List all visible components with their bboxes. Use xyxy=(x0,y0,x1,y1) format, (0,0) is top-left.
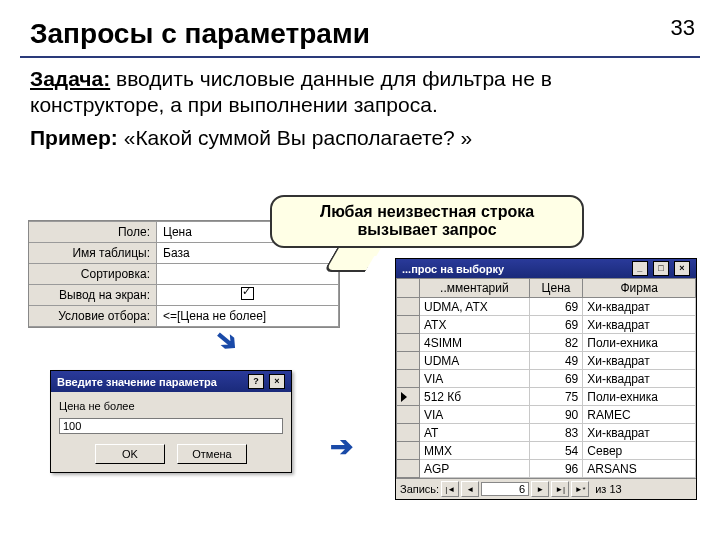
parameter-input[interactable] xyxy=(59,418,283,434)
nav-next-icon[interactable]: ► xyxy=(531,481,549,497)
table-cell[interactable]: RAMEC xyxy=(583,406,696,424)
table-cell[interactable]: 69 xyxy=(529,370,583,388)
example-text: «Какой суммой Вы располагаете? » xyxy=(118,126,472,149)
table-cell[interactable]: 69 xyxy=(529,298,583,316)
row-selector[interactable] xyxy=(397,388,420,406)
table-cell[interactable]: 512 Кб xyxy=(420,388,530,406)
page-title: Запросы с параметрами xyxy=(30,18,720,50)
table-cell[interactable]: Поли-ехника xyxy=(583,388,696,406)
example-label: Пример: xyxy=(30,126,118,149)
arrow-icon: ➔ xyxy=(330,430,353,463)
row-selector[interactable] xyxy=(397,442,420,460)
record-navigator: Запись: |◄ ◄ 6 ► ►| ►* из 13 xyxy=(396,478,696,499)
table-row[interactable]: 512 Кб75Поли-ехника xyxy=(397,388,696,406)
table-row[interactable]: ATX69Хи-квадрат xyxy=(397,316,696,334)
nav-label: Запись: xyxy=(400,483,439,495)
column-header[interactable]: Цена xyxy=(529,279,583,298)
dialog-titlebar: Введите значение параметра ? × xyxy=(51,371,291,392)
results-title: ...прос на выборку xyxy=(402,263,504,275)
nav-new-icon[interactable]: ►* xyxy=(571,481,589,497)
table-row[interactable]: MMX54Север xyxy=(397,442,696,460)
example-paragraph: Пример: «Какой суммой Вы располагаете? » xyxy=(30,125,690,151)
row-selector[interactable] xyxy=(397,352,420,370)
table-cell[interactable]: Поли-ехника xyxy=(583,334,696,352)
table-cell[interactable]: 49 xyxy=(529,352,583,370)
table-cell[interactable]: 54 xyxy=(529,442,583,460)
nav-current-field[interactable]: 6 xyxy=(481,482,529,496)
table-cell[interactable]: Хи-квадрат xyxy=(583,424,696,442)
table-row[interactable]: AGP96ARSANS xyxy=(397,460,696,478)
table-row[interactable]: UDMA49Хи-квадрат xyxy=(397,352,696,370)
designer-row-value[interactable]: <=[Цена не более] xyxy=(157,306,339,327)
table-cell[interactable]: ARSANS xyxy=(583,460,696,478)
designer-row-value[interactable] xyxy=(157,264,339,285)
table-row[interactable]: UDMA, ATX69Хи-квадрат xyxy=(397,298,696,316)
nav-first-icon[interactable]: |◄ xyxy=(441,481,459,497)
table-cell[interactable]: 83 xyxy=(529,424,583,442)
ok-button[interactable]: OK xyxy=(95,444,165,464)
table-cell[interactable]: 90 xyxy=(529,406,583,424)
table-row[interactable]: 4SIMM82Поли-ехника xyxy=(397,334,696,352)
nav-total: из 13 xyxy=(595,483,621,495)
table-cell[interactable]: UDMA xyxy=(420,352,530,370)
callout-line2: вызывает запрос xyxy=(282,221,572,239)
table-cell[interactable]: 4SIMM xyxy=(420,334,530,352)
task-paragraph: Задача: вводить числовые данные для филь… xyxy=(30,66,690,119)
table-cell[interactable]: 75 xyxy=(529,388,583,406)
designer-row-label: Условие отбора: xyxy=(29,306,157,327)
row-selector[interactable] xyxy=(397,298,420,316)
table-cell[interactable]: VIA xyxy=(420,406,530,424)
designer-row-label: Имя таблицы: xyxy=(29,243,157,264)
callout-line1: Любая неизвестная строка xyxy=(282,203,572,221)
row-selector[interactable] xyxy=(397,460,420,478)
table-row[interactable]: VIA90RAMEC xyxy=(397,406,696,424)
results-table[interactable]: ..мментарийЦенаФирмаUDMA, ATX69Хи-квадра… xyxy=(396,278,696,478)
title-divider xyxy=(20,56,700,58)
results-titlebar: ...прос на выборку _ □ × xyxy=(396,259,696,278)
table-cell[interactable]: AT xyxy=(420,424,530,442)
designer-row-label: Сортировка: xyxy=(29,264,157,285)
close-icon[interactable]: × xyxy=(674,261,690,276)
dialog-title: Введите значение параметра xyxy=(57,376,217,388)
designer-row-value[interactable] xyxy=(157,285,339,306)
column-header[interactable]: ..мментарий xyxy=(420,279,530,298)
table-cell[interactable]: ATX xyxy=(420,316,530,334)
row-selector[interactable] xyxy=(397,424,420,442)
nav-prev-icon[interactable]: ◄ xyxy=(461,481,479,497)
table-row[interactable]: VIA69Хи-квадрат xyxy=(397,370,696,388)
table-cell[interactable]: VIA xyxy=(420,370,530,388)
row-selector[interactable] xyxy=(397,406,420,424)
table-row[interactable]: AT83Хи-квадрат xyxy=(397,424,696,442)
task-label: Задача: xyxy=(30,67,110,90)
designer-row-label: Вывод на экран: xyxy=(29,285,157,306)
parameter-dialog: Введите значение параметра ? × Цена не б… xyxy=(50,370,292,473)
designer-row-label: Поле: xyxy=(29,222,157,243)
maximize-icon[interactable]: □ xyxy=(653,261,669,276)
row-selector[interactable] xyxy=(397,370,420,388)
minimize-icon[interactable]: _ xyxy=(632,261,648,276)
checkbox-icon[interactable] xyxy=(241,287,254,300)
table-cell[interactable]: 96 xyxy=(529,460,583,478)
results-window: ...прос на выборку _ □ × ..мментарийЦена… xyxy=(395,258,697,500)
close-icon[interactable]: × xyxy=(269,374,285,389)
row-selector[interactable] xyxy=(397,316,420,334)
callout-bubble: Любая неизвестная строка вызывает запрос xyxy=(270,195,584,248)
column-header[interactable]: Фирма xyxy=(583,279,696,298)
table-cell[interactable]: 82 xyxy=(529,334,583,352)
row-selector[interactable] xyxy=(397,334,420,352)
table-cell[interactable]: AGP xyxy=(420,460,530,478)
help-icon[interactable]: ? xyxy=(248,374,264,389)
dialog-prompt: Цена не более xyxy=(59,400,283,412)
cancel-button[interactable]: Отмена xyxy=(177,444,247,464)
nav-last-icon[interactable]: ►| xyxy=(551,481,569,497)
table-cell[interactable]: Хи-квадрат xyxy=(583,316,696,334)
table-cell[interactable]: Хи-квадрат xyxy=(583,370,696,388)
table-cell[interactable]: Север xyxy=(583,442,696,460)
table-cell[interactable]: Хи-квадрат xyxy=(583,352,696,370)
page-number: 33 xyxy=(671,15,695,41)
table-cell[interactable]: Хи-квадрат xyxy=(583,298,696,316)
table-cell[interactable]: 69 xyxy=(529,316,583,334)
table-cell[interactable]: UDMA, ATX xyxy=(420,298,530,316)
table-cell[interactable]: MMX xyxy=(420,442,530,460)
